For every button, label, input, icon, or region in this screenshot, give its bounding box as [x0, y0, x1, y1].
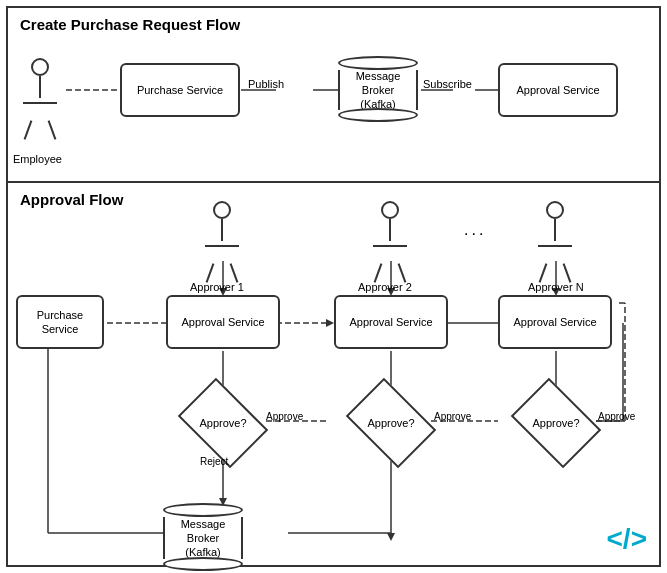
top-section: Create Purchase Request Flow — [8, 8, 659, 183]
reject-label: Reject — [200, 456, 228, 467]
approver2-label: Approver 2 — [358, 281, 412, 293]
employee-figure: Employee — [23, 58, 57, 146]
bottom-message-broker: Message Broker (Kafka) — [163, 503, 243, 571]
svg-marker-17 — [326, 319, 334, 327]
employee-label: Employee — [13, 153, 62, 165]
approverN-figure: Approver N — [538, 201, 572, 279]
approve1-label: Approve — [266, 411, 303, 422]
cyl-body: Message Broker (Kafka) — [338, 70, 418, 110]
approver2-figure: Approver 2 — [373, 201, 407, 279]
top-purchase-service-box: Purchase Service — [120, 63, 240, 117]
diamond-1: Approve? — [183, 393, 263, 453]
diamond-1-label: Approve? — [199, 417, 246, 429]
diamond-3: Approve? — [516, 393, 596, 453]
dots-label: ... — [464, 221, 486, 239]
approve2-label: Approve — [434, 411, 471, 422]
top-title: Create Purchase Request Flow — [20, 16, 647, 33]
approverN-label: Approver N — [528, 281, 584, 293]
diamond-2: Approve? — [351, 393, 431, 453]
publish-label: Publish — [248, 78, 284, 90]
diamond-3-label: Approve? — [532, 417, 579, 429]
approver1-head — [213, 201, 231, 219]
cyl-bottom — [338, 108, 418, 122]
watermark: </> — [607, 523, 647, 555]
approval-service-1-box: Approval Service — [166, 295, 280, 349]
subscribe-label: Subscribe — [423, 78, 472, 90]
diamond-2-label: Approve? — [367, 417, 414, 429]
svg-marker-33 — [387, 533, 395, 541]
bottom-cyl-top — [163, 503, 243, 517]
top-message-broker: Message Broker (Kafka) — [338, 56, 418, 122]
outer-border: Create Purchase Request Flow — [6, 6, 661, 567]
bottom-cyl-body: Message Broker (Kafka) — [163, 517, 243, 559]
approver2-head — [381, 201, 399, 219]
approval-service-3-box: Approval Service — [498, 295, 612, 349]
employee-head — [31, 58, 49, 76]
bottom-purchase-service-box: Purchase Service — [16, 295, 104, 349]
bottom-cyl-bottom — [163, 557, 243, 571]
approver1-label: Approver 1 — [190, 281, 244, 293]
approverN-head — [546, 201, 564, 219]
top-approval-service-box: Approval Service — [498, 63, 618, 117]
approve3-label: Approve — [598, 411, 635, 422]
bottom-section: Approval Flow — [8, 183, 659, 565]
approver1-figure: Approver 1 — [205, 201, 239, 279]
approval-service-2-box: Approval Service — [334, 295, 448, 349]
